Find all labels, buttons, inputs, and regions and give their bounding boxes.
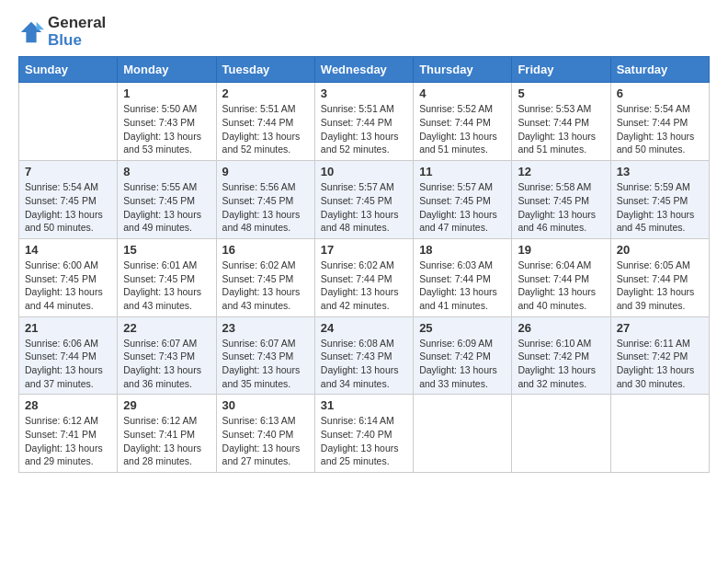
cell-info: Sunrise: 5:54 AMSunset: 7:45 PMDaylight:… [25, 180, 111, 235]
cell-info: Sunrise: 5:53 AMSunset: 7:44 PMDaylight:… [518, 102, 604, 156]
calendar-cell: 19 Sunrise: 6:04 AMSunset: 7:44 PMDaylig… [512, 238, 610, 316]
cell-day-number: 3 [321, 86, 407, 100]
cell-info: Sunrise: 6:05 AMSunset: 7:44 PMDaylight:… [617, 259, 703, 313]
cell-day-number: 27 [617, 321, 703, 335]
calendar-week-row: 1 Sunrise: 5:50 AMSunset: 7:43 PMDayligh… [19, 83, 710, 161]
cell-info: Sunrise: 6:01 AMSunset: 7:45 PMDaylight:… [123, 259, 210, 313]
calendar-cell: 7 Sunrise: 5:54 AMSunset: 7:45 PMDayligh… [19, 161, 118, 239]
calendar-week-row: 14 Sunrise: 6:00 AMSunset: 7:45 PMDaylig… [19, 238, 710, 316]
calendar-cell [512, 395, 610, 473]
calendar-cell: 30 Sunrise: 6:13 AMSunset: 7:40 PMDaylig… [216, 395, 314, 473]
cell-info: Sunrise: 6:07 AMSunset: 7:43 PMDaylight:… [222, 337, 309, 391]
calendar-cell: 24 Sunrise: 6:08 AMSunset: 7:43 PMDaylig… [314, 316, 413, 395]
cell-day-number: 7 [25, 165, 111, 178]
calendar-cell: 17 Sunrise: 6:02 AMSunset: 7:44 PMDaylig… [314, 238, 413, 316]
header-tuesday: Tuesday [216, 57, 314, 83]
calendar-week-row: 21 Sunrise: 6:06 AMSunset: 7:44 PMDaylig… [19, 316, 710, 395]
calendar-cell: 8 Sunrise: 5:55 AMSunset: 7:45 PMDayligh… [118, 161, 216, 239]
cell-day-number: 1 [123, 86, 210, 100]
calendar-cell: 2 Sunrise: 5:51 AMSunset: 7:44 PMDayligh… [216, 83, 314, 161]
header-monday: Monday [118, 57, 216, 83]
cell-day-number: 12 [518, 165, 604, 178]
cell-info: Sunrise: 5:59 AMSunset: 7:45 PMDaylight:… [617, 180, 703, 235]
calendar-cell: 12 Sunrise: 5:58 AMSunset: 7:45 PMDaylig… [512, 161, 610, 239]
cell-info: Sunrise: 6:08 AMSunset: 7:43 PMDaylight:… [321, 337, 407, 391]
cell-day-number: 22 [123, 321, 210, 335]
calendar-header-row: SundayMondayTuesdayWednesdayThursdayFrid… [19, 57, 710, 83]
cell-day-number: 23 [222, 321, 309, 335]
calendar-cell: 29 Sunrise: 6:12 AMSunset: 7:41 PMDaylig… [118, 395, 216, 473]
cell-info: Sunrise: 5:54 AMSunset: 7:44 PMDaylight:… [617, 102, 703, 156]
logo-text: General Blue [48, 15, 106, 49]
cell-info: Sunrise: 6:12 AMSunset: 7:41 PMDaylight:… [123, 414, 210, 468]
calendar-cell: 25 Sunrise: 6:09 AMSunset: 7:42 PMDaylig… [414, 316, 512, 395]
cell-info: Sunrise: 6:13 AMSunset: 7:40 PMDaylight:… [222, 414, 309, 468]
calendar-cell: 4 Sunrise: 5:52 AMSunset: 7:44 PMDayligh… [414, 83, 512, 161]
cell-day-number: 16 [222, 243, 309, 257]
cell-info: Sunrise: 6:06 AMSunset: 7:44 PMDaylight:… [25, 337, 111, 391]
cell-day-number: 8 [123, 165, 210, 178]
cell-day-number: 19 [518, 243, 604, 257]
cell-day-number: 15 [123, 243, 210, 257]
cell-info: Sunrise: 6:11 AMSunset: 7:42 PMDaylight:… [617, 337, 703, 391]
cell-day-number: 4 [419, 86, 506, 100]
calendar-cell: 21 Sunrise: 6:06 AMSunset: 7:44 PMDaylig… [19, 316, 118, 395]
cell-info: Sunrise: 5:51 AMSunset: 7:44 PMDaylight:… [222, 102, 309, 156]
cell-info: Sunrise: 5:57 AMSunset: 7:45 PMDaylight:… [321, 180, 407, 235]
calendar-cell: 9 Sunrise: 5:56 AMSunset: 7:45 PMDayligh… [216, 161, 314, 239]
cell-day-number: 9 [222, 165, 309, 178]
header-wednesday: Wednesday [314, 57, 413, 83]
cell-info: Sunrise: 5:57 AMSunset: 7:45 PMDaylight:… [419, 180, 506, 235]
cell-info: Sunrise: 5:50 AMSunset: 7:43 PMDaylight:… [123, 102, 210, 156]
cell-day-number: 11 [419, 165, 506, 178]
cell-info: Sunrise: 6:07 AMSunset: 7:43 PMDaylight:… [123, 337, 210, 391]
cell-day-number: 5 [518, 86, 604, 100]
cell-info: Sunrise: 6:02 AMSunset: 7:45 PMDaylight:… [222, 259, 309, 313]
cell-info: Sunrise: 6:14 AMSunset: 7:40 PMDaylight:… [321, 414, 407, 468]
calendar-cell: 15 Sunrise: 6:01 AMSunset: 7:45 PMDaylig… [118, 238, 216, 316]
calendar-cell [414, 395, 512, 473]
header-sunday: Sunday [19, 57, 118, 83]
cell-info: Sunrise: 6:03 AMSunset: 7:44 PMDaylight:… [419, 259, 506, 313]
cell-day-number: 28 [25, 398, 111, 412]
cell-day-number: 6 [617, 86, 703, 100]
calendar-cell: 3 Sunrise: 5:51 AMSunset: 7:44 PMDayligh… [314, 83, 413, 161]
calendar-cell: 26 Sunrise: 6:10 AMSunset: 7:42 PMDaylig… [512, 316, 610, 395]
calendar-cell: 5 Sunrise: 5:53 AMSunset: 7:44 PMDayligh… [512, 83, 610, 161]
header-thursday: Thursday [414, 57, 512, 83]
calendar-cell: 13 Sunrise: 5:59 AMSunset: 7:45 PMDaylig… [610, 161, 709, 239]
cell-day-number: 14 [25, 243, 111, 257]
cell-day-number: 2 [222, 86, 309, 100]
cell-info: Sunrise: 5:55 AMSunset: 7:45 PMDaylight:… [123, 180, 210, 235]
cell-info: Sunrise: 6:04 AMSunset: 7:44 PMDaylight:… [518, 259, 604, 313]
cell-day-number: 30 [222, 398, 309, 412]
calendar-cell: 22 Sunrise: 6:07 AMSunset: 7:43 PMDaylig… [118, 316, 216, 395]
calendar-week-row: 7 Sunrise: 5:54 AMSunset: 7:45 PMDayligh… [19, 161, 710, 239]
cell-day-number: 25 [419, 321, 506, 335]
cell-day-number: 13 [617, 165, 703, 178]
cell-info: Sunrise: 6:02 AMSunset: 7:44 PMDaylight:… [321, 259, 407, 313]
calendar-week-row: 28 Sunrise: 6:12 AMSunset: 7:41 PMDaylig… [19, 395, 710, 473]
cell-info: Sunrise: 5:56 AMSunset: 7:45 PMDaylight:… [222, 180, 309, 235]
cell-day-number: 24 [321, 321, 407, 335]
page-header: General Blue [18, 15, 710, 49]
cell-info: Sunrise: 5:58 AMSunset: 7:45 PMDaylight:… [518, 180, 604, 235]
logo: General Blue [18, 15, 106, 49]
calendar-cell: 1 Sunrise: 5:50 AMSunset: 7:43 PMDayligh… [118, 83, 216, 161]
cell-day-number: 31 [321, 398, 407, 412]
cell-info: Sunrise: 6:00 AMSunset: 7:45 PMDaylight:… [25, 259, 111, 313]
calendar-cell: 11 Sunrise: 5:57 AMSunset: 7:45 PMDaylig… [414, 161, 512, 239]
calendar-cell: 10 Sunrise: 5:57 AMSunset: 7:45 PMDaylig… [314, 161, 413, 239]
svg-marker-1 [37, 21, 44, 29]
cell-info: Sunrise: 6:12 AMSunset: 7:41 PMDaylight:… [25, 414, 111, 468]
calendar-cell: 14 Sunrise: 6:00 AMSunset: 7:45 PMDaylig… [19, 238, 118, 316]
cell-info: Sunrise: 5:51 AMSunset: 7:44 PMDaylight:… [321, 102, 407, 156]
calendar-cell: 28 Sunrise: 6:12 AMSunset: 7:41 PMDaylig… [19, 395, 118, 473]
logo-icon [18, 19, 44, 45]
cell-day-number: 20 [617, 243, 703, 257]
header-saturday: Saturday [610, 57, 709, 83]
cell-info: Sunrise: 5:52 AMSunset: 7:44 PMDaylight:… [419, 102, 506, 156]
calendar-cell: 18 Sunrise: 6:03 AMSunset: 7:44 PMDaylig… [414, 238, 512, 316]
calendar-cell: 6 Sunrise: 5:54 AMSunset: 7:44 PMDayligh… [610, 83, 709, 161]
calendar-cell [19, 83, 118, 161]
